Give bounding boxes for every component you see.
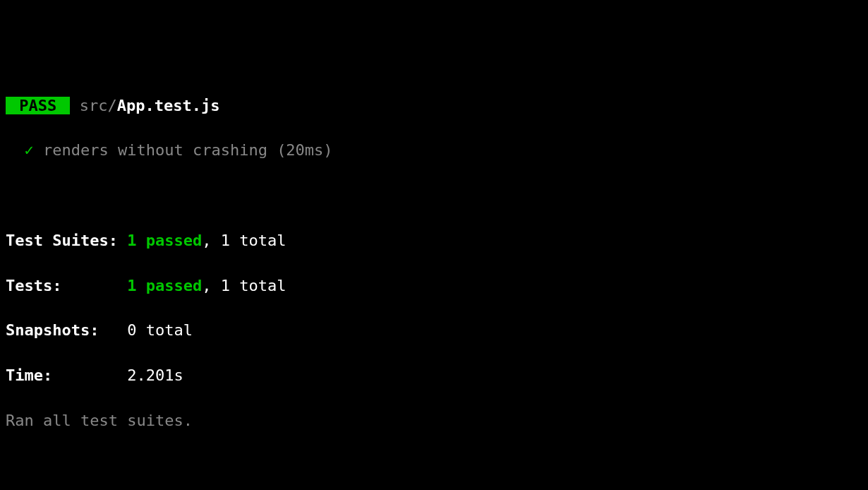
summary-snapshots: Snapshots: 0 total [6, 319, 862, 342]
summary-test-suites: Test Suites: 1 passed, 1 total [6, 229, 862, 252]
tests-passed: 1 passed [127, 277, 202, 294]
blank-line [6, 455, 862, 477]
blank-line [6, 184, 862, 207]
summary-tests: Tests: 1 passed, 1 total [6, 275, 862, 297]
pass-badge: PASS [6, 97, 70, 114]
checkmark-icon: ✓ [25, 141, 34, 159]
test-suites-label: Test Suites: [6, 232, 118, 249]
file-path-name: App.test.js [117, 97, 220, 114]
file-path-dir: src/ [70, 97, 116, 114]
time-value: 2.201s [127, 366, 183, 384]
sep-comma: , [202, 232, 221, 249]
ran-message: Ran all test suites. [6, 410, 862, 432]
snapshots-label: Snapshots: [6, 321, 99, 339]
test-suites-passed: 1 passed [127, 232, 202, 249]
tests-label: Tests: [6, 277, 61, 294]
summary-time: Time: 2.201s [6, 364, 862, 387]
test-case-description: renders without crashing (20ms) [43, 141, 333, 159]
sep-comma: , [202, 277, 221, 294]
test-suites-total: 1 total [221, 232, 287, 249]
time-label: Time: [6, 366, 52, 384]
test-file-header: PASS src/App.test.js [6, 95, 862, 117]
tests-total: 1 total [221, 277, 287, 294]
snapshots-value: 0 total [127, 321, 193, 339]
test-case-line: ✓ renders without crashing (20ms) [6, 139, 862, 162]
